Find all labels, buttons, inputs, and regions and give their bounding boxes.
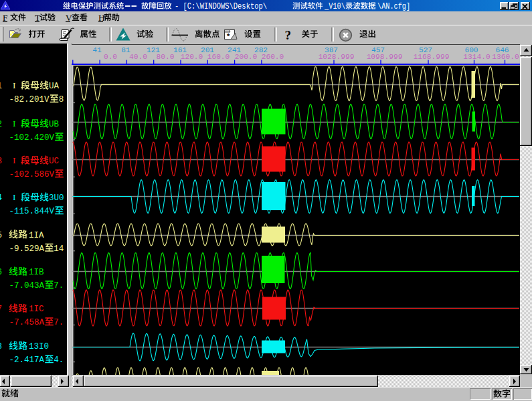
svg-text:- [C:\WINDOWS\Desktop\: - [C:\WINDOWS\Desktop\ [175,2,267,11]
svg-text:-102.420V: -102.420V [9,133,55,143]
svg-text:200.0: 200.0 [235,53,258,61]
svg-text:6: 6 [0,268,2,277]
svg-text:1: 1 [0,82,2,91]
svg-text:7.: 7. [54,318,64,327]
svg-text:\AN.cfg]: \AN.cfg] [377,2,410,11]
svg-text:4.: 4. [54,355,64,365]
svg-text:5: 5 [0,231,2,240]
svg-text:-7.043A: -7.043A [9,281,45,291]
svg-text:?: ? [285,28,292,42]
svg-text:14: 14 [54,244,64,254]
svg-text:I: I [13,80,16,90]
svg-text:1168.999: 1168.999 [414,53,450,61]
svg-text:-82.201V: -82.201V [9,95,50,104]
svg-text:40.0: 40.0 [129,53,147,61]
svg-text:1IA: 1IA [29,231,44,240]
svg-text:1360.0: 1360.0 [492,53,519,61]
svg-text:8: 8 [0,342,2,351]
svg-text:UB: UB [49,120,60,129]
svg-text:T: T [35,13,41,23]
svg-text:H: H [98,13,105,23]
svg-text:_V10\: _V10\ [324,2,345,11]
svg-text:I: I [13,155,16,165]
svg-text:0.0: 0.0 [104,53,117,61]
svg-text:1098.999: 1098.999 [367,53,403,61]
svg-text:V: V [66,13,72,23]
svg-text:41: 41 [92,46,102,54]
svg-text:7.: 7. [54,281,64,291]
svg-text:1028.999: 1028.999 [319,53,355,61]
svg-text:1IC: 1IC [29,305,44,314]
svg-text:-9.529A: -9.529A [9,244,45,254]
svg-text:3: 3 [0,157,2,166]
svg-text:4: 4 [0,193,2,203]
svg-text:UC: UC [49,157,59,166]
svg-text:120.0: 120.0 [181,53,203,61]
svg-text:-2.417A: -2.417A [9,355,45,365]
svg-text:80.0: 80.0 [157,53,175,61]
svg-text:13I0: 13I0 [29,342,49,351]
svg-text:160.0: 160.0 [207,53,230,61]
svg-text:-115.844V: -115.844V [9,207,55,216]
svg-text:UA: UA [49,82,60,91]
svg-text:-7.458A: -7.458A [9,318,45,327]
svg-text:1314.0: 1314.0 [463,53,491,61]
svg-text:*: * [227,32,230,40]
svg-text:-102.586V: -102.586V [9,170,55,179]
svg-text:260.0: 260.0 [262,53,284,61]
svg-text:F: F [3,13,8,23]
svg-text:2: 2 [0,120,2,129]
svg-text:7: 7 [0,305,2,314]
svg-text:I: I [13,118,16,129]
svg-text:1IB: 1IB [29,268,44,277]
svg-text:I: I [13,192,16,202]
svg-text:8: 8 [59,95,64,104]
svg-text:3U0: 3U0 [49,193,64,203]
